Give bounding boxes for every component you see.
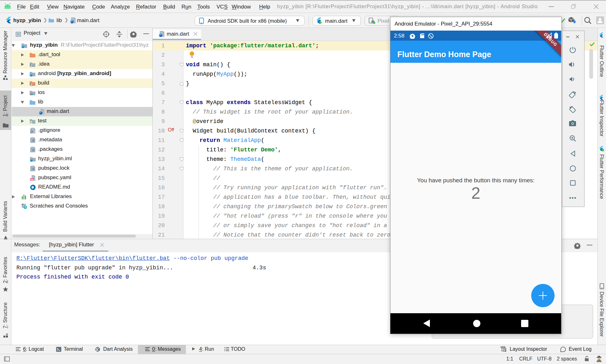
svg-text:YML: YML <box>30 179 34 181</box>
